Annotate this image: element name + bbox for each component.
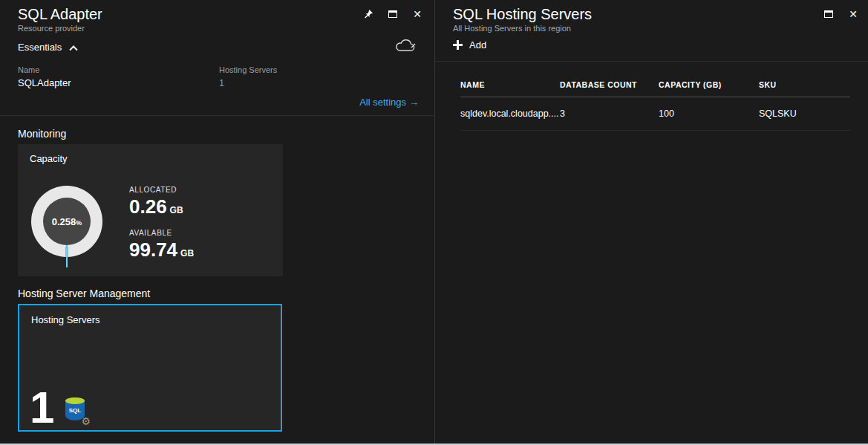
column-header-sku: SKU — [759, 73, 850, 97]
monitoring-section-label: Monitoring — [18, 128, 66, 140]
database-cylinder-top — [65, 397, 85, 404]
essentials-toggle[interactable]: Essentials — [18, 42, 76, 53]
table-cell-sku[interactable]: SQLSKU — [759, 97, 850, 131]
blade-subtitle: Resource provider — [18, 24, 85, 33]
hosting-management-section-label: Hosting Server Management — [18, 288, 150, 299]
hosting-tile-title: Hosting Servers — [31, 314, 99, 325]
allocated-value: 0.26GB — [129, 195, 194, 218]
table-cell-name[interactable]: sqldev.local.cloudapp.... — [460, 97, 560, 131]
blade-subtitle: All Hosting Servers in this region — [453, 24, 571, 33]
column-header-capacity: CAPACITY (GB) — [659, 73, 759, 97]
hosting-servers-table: NAME DATABASE COUNT CAPACITY (GB) SKU sq… — [460, 73, 850, 131]
blade-header-icons: ✕ — [362, 8, 423, 20]
available-label: AVAILABLE — [129, 229, 194, 237]
field-value: SQLAdapter — [18, 77, 71, 88]
sql-database-icon: SQL ⚙ — [65, 397, 88, 423]
add-button-label: Add — [469, 39, 486, 51]
maximize-icon[interactable] — [823, 8, 835, 20]
chevron-up-icon — [70, 45, 78, 53]
blade-header-icons: ✕ — [823, 8, 859, 20]
all-settings-label: All settings — [359, 97, 406, 108]
hosting-servers-tile[interactable]: Hosting Servers 1 SQL ⚙ — [18, 304, 282, 432]
capacity-donut-chart: 0.258% — [31, 186, 102, 257]
essentials-field-hosting-servers: Hosting Servers 1 — [219, 65, 277, 88]
capacity-tile-title: Capacity — [30, 153, 68, 164]
close-icon[interactable]: ✕ — [411, 8, 423, 20]
essentials-field-name: Name SQLAdapter — [18, 65, 71, 88]
sql-icon-label: SQL — [65, 407, 85, 414]
portal-canvas: SQL Adapter Resource provider ✕ Essentia… — [0, 0, 868, 445]
table-cell-database-count[interactable]: 3 — [560, 97, 659, 131]
field-label: Name — [18, 65, 71, 74]
table-cell-capacity[interactable]: 100 — [659, 97, 759, 131]
pin-icon[interactable] — [362, 8, 374, 20]
close-icon[interactable]: ✕ — [847, 8, 859, 20]
all-settings-link[interactable]: All settings→ — [359, 97, 419, 108]
field-value[interactable]: 1 — [219, 77, 277, 88]
available-value: 99.74GB — [129, 238, 194, 262]
blade-title: SQL Adapter — [18, 6, 102, 23]
arrow-right-icon: → — [409, 97, 419, 108]
donut-allocated-tick — [66, 248, 68, 267]
allocated-label: ALLOCATED — [129, 186, 194, 194]
cloud-icon[interactable] — [395, 37, 417, 53]
field-label: Hosting Servers — [219, 65, 277, 74]
donut-percent-label: 0.258% — [52, 216, 82, 227]
plus-icon — [453, 40, 463, 50]
essentials-label: Essentials — [18, 42, 62, 53]
divider — [0, 115, 434, 116]
hosting-servers-count: 1 — [30, 386, 54, 430]
donut-center: 0.258% — [43, 198, 91, 245]
column-header-name: NAME — [460, 73, 560, 97]
sql-adapter-blade: SQL Adapter Resource provider ✕ Essentia… — [0, 0, 434, 445]
gear-icon: ⚙ — [81, 416, 91, 426]
blade-title: SQL Hosting Servers — [453, 6, 592, 23]
divider — [435, 61, 868, 62]
capacity-legend: ALLOCATED 0.26GB AVAILABLE 99.74GB — [129, 186, 194, 272]
maximize-icon[interactable] — [387, 8, 399, 20]
column-header-database-count: DATABASE COUNT — [560, 73, 659, 97]
add-button[interactable]: Add — [453, 39, 486, 51]
capacity-tile[interactable]: Capacity 0.258% ALLOCATED 0.26GB AVAILAB… — [18, 144, 283, 276]
sql-hosting-servers-blade: SQL Hosting Servers All Hosting Servers … — [434, 0, 868, 445]
